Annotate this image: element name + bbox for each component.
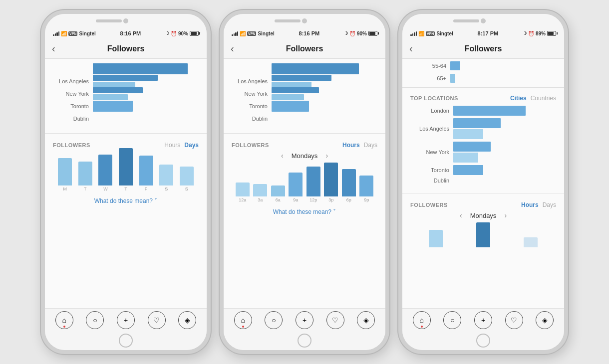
home-circle-2[interactable] <box>298 334 311 348</box>
bar-9a: 9a <box>287 173 305 202</box>
time-1: 8:16 PM <box>120 30 141 36</box>
day-nav-2: ‹ Mondays › <box>232 152 377 160</box>
search-tab-1[interactable]: ○ <box>86 311 104 329</box>
back-button-3[interactable]: ‹ <box>409 43 413 54</box>
screen-content-1: Los Angeles New York Tor <box>45 59 207 308</box>
divider-3b <box>402 193 564 193</box>
battery-pct-2: 90% <box>357 31 367 36</box>
divider-3a <box>402 87 564 88</box>
label-3a: 3a <box>258 197 263 202</box>
time-2: 8:16 PM <box>299 30 320 36</box>
bar-6a: 6a <box>269 185 287 202</box>
toronto-label-2: Toronto <box>232 103 268 109</box>
home-tab-1[interactable]: ⌂ <box>55 311 73 329</box>
followers-header-1: FOLLOWERS Hours Days <box>53 142 199 149</box>
bar-12a-3 <box>412 230 460 247</box>
locations-section-2: Los Angeles New York Tor <box>224 59 385 129</box>
prev-day-3[interactable]: ‹ <box>460 211 462 219</box>
countries-tab[interactable]: Countries <box>531 95 556 102</box>
signal-icon-3 <box>410 31 417 36</box>
battery-pct-1: 90% <box>178 31 188 36</box>
hours-tab-2[interactable]: Hours <box>342 142 360 149</box>
la-label-1: Los Angeles <box>53 78 89 84</box>
home-tab-2[interactable]: ⌂ <box>234 311 252 329</box>
ny-row-2: New York <box>232 89 377 99</box>
label-9a: 9a <box>293 197 298 202</box>
what-mean-2[interactable]: What do these mean? ˅ <box>232 204 377 219</box>
status-left-2: 📶 VPN Singtel <box>232 31 275 36</box>
bar-3a: 3a <box>252 184 270 202</box>
day-nav-3: ‹ Mondays › <box>410 211 556 219</box>
back-button-2[interactable]: ‹ <box>231 43 234 54</box>
dublin-label-2: Dublin <box>232 116 268 122</box>
age-65-row: 65+ <box>410 73 556 83</box>
bar-col-T1: T <box>75 162 96 191</box>
la-row-2: Los Angeles <box>232 76 377 86</box>
toronto-row-3: Toronto <box>410 165 556 175</box>
label-3p: 3p <box>328 197 333 202</box>
ny-label-3: New York <box>410 149 449 155</box>
followers-section-3: FOLLOWERS Hours Days ‹ Mondays › <box>402 197 564 251</box>
bottom-tabs-2: ⌂ ○ + ♡ ◈ <box>224 308 385 331</box>
top-bar-row <box>53 64 199 74</box>
plus-tab-1[interactable]: + <box>117 311 135 329</box>
bar-6a-3 <box>507 237 554 247</box>
phone-bottom-1 <box>45 331 207 350</box>
hours-chart-2: 12a 3a 6a 9a 12p <box>232 163 377 202</box>
plus-tab-2[interactable]: + <box>296 311 313 329</box>
heart-tab-3[interactable]: ♡ <box>505 311 523 329</box>
camera-dot <box>123 18 128 23</box>
days-tab-1[interactable]: Days <box>184 142 199 149</box>
bar-label-M: M <box>63 186 67 191</box>
moon-icon-1: ☽ <box>165 31 169 36</box>
dublin-label-1: Dublin <box>53 116 89 122</box>
la-row-1: Los Angeles <box>53 76 199 86</box>
locations-section-1: Los Angeles New York Tor <box>45 59 207 129</box>
search-tab-3[interactable]: ○ <box>443 311 461 329</box>
layers-tab-1[interactable]: ◈ <box>178 311 196 329</box>
days-tab-2[interactable]: Days <box>364 142 377 149</box>
days-tab-3[interactable]: Days <box>543 201 556 208</box>
phone-2: 📶 VPN Singtel 8:16 PM ☽ ⏰ 90% ‹ Follower… <box>220 10 389 354</box>
plus-icon-1: + <box>124 316 128 324</box>
hours-tab-3[interactable]: Hours <box>521 201 539 208</box>
days-chart-1: M T W T F <box>53 152 199 191</box>
home-circle-1[interactable] <box>119 334 133 348</box>
heart-tab-1[interactable]: ♡ <box>148 311 166 329</box>
status-right-3: ☽ ⏰ 89% <box>523 31 556 36</box>
vpn-badge-3: VPN <box>426 31 435 36</box>
status-right-1: ☽ ⏰ 90% <box>165 31 199 36</box>
london-row: London <box>410 106 556 116</box>
moon-icon-3: ☽ <box>523 31 527 36</box>
next-day-2[interactable]: › <box>325 152 328 160</box>
heart-tab-2[interactable]: ♡ <box>326 311 344 329</box>
back-button-1[interactable]: ‹ <box>52 43 55 54</box>
dublin-label-3: Dublin <box>410 178 449 183</box>
search-tab-2[interactable]: ○ <box>265 311 283 329</box>
tab-group-2: Hours Days <box>342 142 377 149</box>
battery-icon-3 <box>547 31 556 36</box>
home-circle-3[interactable] <box>476 334 490 348</box>
plus-tab-3[interactable]: + <box>474 311 492 329</box>
home-tab-3[interactable]: ⌂ <box>413 311 431 329</box>
hours-tab-1[interactable]: Hours <box>164 142 180 149</box>
plus-icon-3: + <box>481 316 485 324</box>
layers-tab-2[interactable]: ◈ <box>357 311 375 329</box>
vpn-badge: VPN <box>68 31 77 36</box>
status-right-2: ☽ ⏰ 90% <box>344 31 377 36</box>
alarm-icon-2: ⏰ <box>349 31 355 36</box>
dublin-row-2: Dublin <box>232 114 377 124</box>
phone-3: 📶 VPN Singtel 8:17 PM ☽ ⏰ 89% ‹ Follower… <box>398 10 568 354</box>
speaker-bar-3 <box>453 19 479 22</box>
carrier-2: Singtel <box>258 31 274 36</box>
ny-label-1: New York <box>53 91 89 97</box>
layers-tab-3[interactable]: ◈ <box>536 311 554 329</box>
what-mean-1[interactable]: What do these mean? ˅ <box>53 193 199 208</box>
prev-day-2[interactable]: ‹ <box>281 152 284 160</box>
label-6p: 6p <box>346 197 351 202</box>
cities-tab[interactable]: Cities <box>510 95 527 102</box>
next-day-3[interactable]: › <box>504 211 507 219</box>
top-locations-title: TOP LOCATIONS <box>410 95 458 101</box>
signal-icon-2 <box>232 31 238 36</box>
bar-label-F: F <box>145 186 148 191</box>
